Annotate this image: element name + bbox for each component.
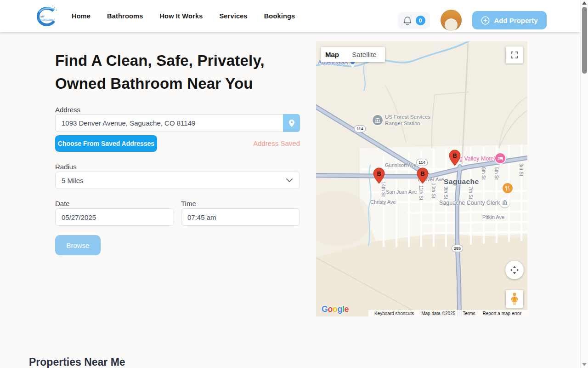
google-map[interactable]: Gunnison Ave Denver Ave San Juan Ave Chr… [316,41,527,316]
map-label-pitkin-ave: Pitkin Ave [482,214,504,220]
map-type-control: Map Satellite [321,47,385,62]
ranger-station-line2: Ranger Station [385,120,430,126]
radius-select[interactable]: 5 Miles [55,172,300,189]
location-pin-icon [288,119,295,127]
pan-control-button[interactable] [505,261,524,279]
svg-text:WATER CLOSET: WATER CLOSET [38,19,55,21]
date-label: Date [55,200,70,207]
header: MY WATER CLOSET Home Bathrooms How It Wo… [0,0,580,32]
pegman-icon [509,292,520,306]
google-letter: o [333,305,338,314]
main-nav: Home Bathrooms How It Works Services Boo… [72,0,295,32]
map-label-san-juan-ave: San Juan Ave [386,189,417,195]
map-label-11th-st: 11th St [418,183,424,203]
bathroom-marker-1[interactable]: B [373,167,385,184]
logo-swoosh-icon: MY WATER CLOSET [33,5,59,29]
keyboard-shortcuts-link[interactable]: Keyboard shortcuts [371,311,418,316]
date-input-text[interactable] [62,209,174,225]
ranger-station-line1: US Forest Services [385,114,430,120]
page-title-line2: Owned Bathroom Near You [55,75,331,92]
time-input[interactable] [181,208,300,226]
map-label-ranger-station: US Forest Services Ranger Station [385,114,430,126]
nav-home[interactable]: Home [72,12,90,20]
map-label-6th-st: 6th St [481,163,486,184]
map-type-satellite-button[interactable]: Satellite [344,47,385,62]
add-property-button[interactable]: Add Property [472,11,547,29]
map-label-5th-st: 5th St [494,163,499,184]
nav-how-it-works[interactable]: How It Works [159,12,203,20]
map-label-3rd-st: 3rd St [519,160,524,180]
route-shield-285: 285 [452,245,463,252]
map-label-gunnison-ave: Gunnison Ave [385,162,416,168]
county-clerk-building-icon [500,197,510,207]
scrollbar-thumb[interactable] [582,7,587,74]
date-input[interactable] [55,208,174,226]
map-data-text: Map data ©2025 [418,311,459,316]
google-letter: e [345,305,349,314]
radius-label: Radius [55,163,77,171]
notification-count-badge: 0 [416,16,425,25]
screen: MY WATER CLOSET Home Bathrooms How It Wo… [0,0,588,368]
google-letter: g [338,305,343,314]
street-view-pegman-button[interactable] [506,290,523,308]
map-label-county-clerk: Saguache County Clerk [439,200,500,206]
time-input-text[interactable] [187,209,300,225]
properties-near-me-title: Properties Near Me [29,356,125,368]
bell-icon [403,16,412,26]
scrollbar-up-arrow[interactable] [582,1,587,5]
avatar[interactable] [441,10,462,31]
bathroom-marker-3[interactable]: B [449,150,461,166]
terms-link[interactable]: Terms [459,311,479,316]
report-map-error-link[interactable]: Report a map error [479,311,525,316]
page-scrollbar[interactable] [580,0,588,368]
nav-bathrooms[interactable]: Bathrooms [107,12,143,20]
route-shield-114-west: 114 [354,125,366,132]
add-property-label: Add Property [494,17,537,24]
logo[interactable]: MY WATER CLOSET [33,5,59,29]
pan-arrows-icon [509,264,520,276]
map-label-city-saguache: Saguache [444,178,479,186]
fullscreen-icon [510,51,518,59]
google-letter: G [322,305,328,314]
svg-text:B: B [377,171,381,177]
address-label: Address [55,106,80,114]
choose-saved-addresses-button[interactable]: Choose From Saved Addresses [55,135,157,152]
map-label-10th-st: 10th St [431,180,436,201]
svg-text:B: B [420,171,424,177]
google-logo[interactable]: Google [322,305,349,314]
map-label-christy-ave: Christy Ave [370,199,396,205]
browse-button[interactable]: Browse [55,235,101,255]
address-field-group [55,114,300,132]
notifications-button[interactable]: 0 [398,12,430,29]
address-saved-status: Address Saved [224,139,300,147]
time-label: Time [181,200,196,207]
chevron-down-icon [286,178,293,182]
restaurant-icon [503,183,513,193]
map-type-map-button[interactable]: Map [321,47,344,62]
fullscreen-button[interactable] [506,46,523,63]
map-label-valley-motel: g Valley Motel [459,155,495,162]
svg-text:MY: MY [40,15,45,18]
geolocate-button[interactable] [283,114,300,132]
nav-services[interactable]: Services [219,12,247,20]
government-building-icon [373,115,383,125]
address-input[interactable] [55,114,300,132]
route-shield-114-town: 114 [416,159,428,166]
svg-text:B: B [452,153,457,159]
bathroom-marker-2[interactable]: B [417,167,429,184]
scrollbar-down-arrow[interactable] [582,363,587,366]
google-letter: o [328,305,333,314]
page-title-line1: Find A Clean, Safe, Privately, [55,52,331,69]
nav-bookings[interactable]: Bookings [264,12,295,20]
radius-value: 5 Miles [62,177,84,184]
map-attribution: Keyboard shortcuts Map data ©2025 Terms … [368,310,527,316]
address-input-text[interactable] [62,115,279,132]
plus-circle-icon [481,16,490,25]
lodging-icon [495,153,505,163]
